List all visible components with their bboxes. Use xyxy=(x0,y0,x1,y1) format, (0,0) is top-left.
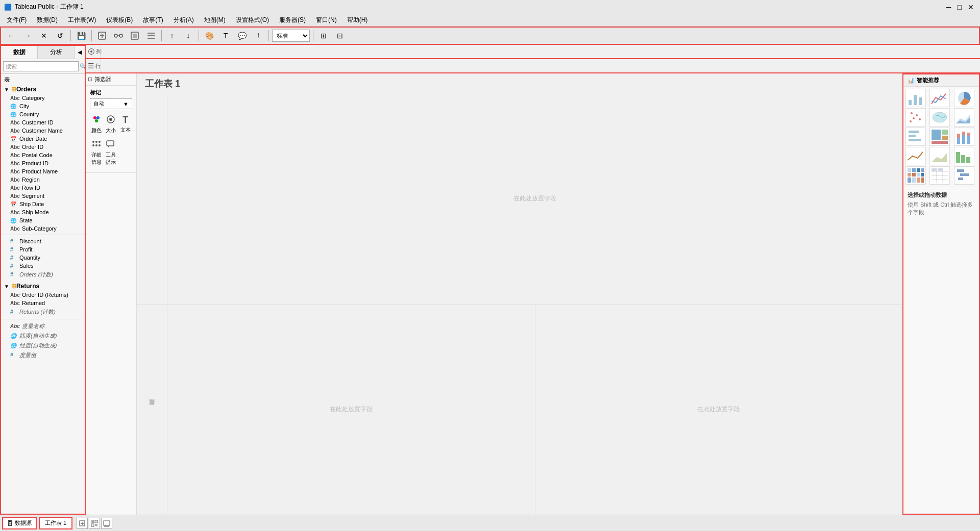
field-category[interactable]: Abc Category xyxy=(1,94,85,102)
chart-thumb-heatmap[interactable] xyxy=(905,166,926,185)
menu-file[interactable]: 文件(F) xyxy=(2,14,31,26)
toolbar-tooltip[interactable]: 💬 xyxy=(235,29,249,43)
field-city[interactable]: 🌐 City xyxy=(1,102,85,110)
toolbar-color[interactable]: 🎨 xyxy=(202,29,216,43)
chart-thumb-stacked[interactable] xyxy=(954,128,974,146)
chart-thumb-scatter[interactable] xyxy=(905,108,926,127)
toolbar-connect[interactable] xyxy=(111,29,126,43)
toolbar-back[interactable]: ← xyxy=(4,29,18,43)
toolbar-cancel[interactable]: ✕ xyxy=(37,29,51,43)
canvas-drop-top[interactable] xyxy=(137,94,167,304)
menu-data[interactable]: 数据(D) xyxy=(32,14,62,26)
new-worksheet-btn[interactable] xyxy=(77,518,88,529)
chart-thumb-pie[interactable] xyxy=(954,89,974,107)
field-returned[interactable]: Abc Returned xyxy=(1,299,85,307)
rows-drop-area[interactable] xyxy=(100,59,978,72)
new-story-btn[interactable] xyxy=(101,518,112,529)
new-dashboard-btn[interactable] xyxy=(89,518,100,529)
maximize-button[interactable]: □ xyxy=(955,3,964,11)
menu-help[interactable]: 帮助(H) xyxy=(342,14,373,26)
toolbar-sort-asc[interactable]: ↑ xyxy=(165,29,179,43)
field-quantity[interactable]: # Quantity xyxy=(1,254,85,262)
chart-thumb-line2[interactable] xyxy=(905,147,926,165)
field-discount[interactable]: # Discount xyxy=(1,237,85,245)
toolbar-new-datasource[interactable] xyxy=(95,29,109,43)
canvas-drop-bottom-left[interactable]: 在此处放置字段 xyxy=(137,305,167,515)
chart-thumb-map[interactable] xyxy=(929,108,950,127)
chart-thumb-area2[interactable] xyxy=(929,147,950,165)
table-orders-header[interactable]: ▼ ⊞ Orders xyxy=(1,85,85,94)
chart-thumb-treemap[interactable] xyxy=(929,128,950,146)
field-segment[interactable]: Abc Segment xyxy=(1,192,85,200)
field-orders-count[interactable]: # Orders (计数) xyxy=(1,270,85,280)
chart-thumb-bar-h[interactable] xyxy=(905,128,926,146)
field-sales[interactable]: # Sales xyxy=(1,262,85,270)
marks-tooltip-btn[interactable]: 工具提示 xyxy=(104,138,117,168)
toolbar-sort-desc[interactable]: ↓ xyxy=(181,29,195,43)
chart-thumb-text-table[interactable] xyxy=(929,166,950,185)
toolbar-refresh[interactable]: ↺ xyxy=(53,29,67,43)
field-postal-code[interactable]: Abc Postal Code xyxy=(1,151,85,159)
worksheet-tab[interactable]: 工作表 1 xyxy=(39,517,72,529)
chart-thumb-gantt[interactable] xyxy=(954,166,974,185)
field-product-name[interactable]: Abc Product Name xyxy=(1,167,85,175)
marks-size-btn[interactable]: 大小 xyxy=(104,112,117,137)
field-sub-category[interactable]: Abc Sub-Category xyxy=(1,224,85,233)
field-ship-mode[interactable]: Abc Ship Mode xyxy=(1,208,85,216)
tab-analysis[interactable]: 分析 xyxy=(38,46,75,59)
canvas-cell-bottom-left[interactable]: 在此处放置字段 xyxy=(167,305,535,515)
field-customer-id[interactable]: Abc Customer ID xyxy=(1,118,85,127)
menu-worksheet[interactable]: 工作表(W) xyxy=(63,14,101,26)
toolbar-save[interactable]: 💾 xyxy=(74,29,88,43)
table-returns-header[interactable]: ▼ ⊞ Returns xyxy=(1,282,85,291)
field-order-id[interactable]: Abc Order ID xyxy=(1,143,85,151)
toolbar-emphasize[interactable]: ! xyxy=(251,29,265,43)
menu-format[interactable]: 设置格式(O) xyxy=(231,14,274,26)
field-region[interactable]: Abc Region xyxy=(1,175,85,184)
close-button[interactable]: ✕ xyxy=(966,3,976,11)
menu-story[interactable]: 故事(T) xyxy=(138,14,167,26)
menu-analysis[interactable]: 分析(A) xyxy=(169,14,199,26)
menu-server[interactable]: 服务器(S) xyxy=(275,14,310,26)
toolbar-label[interactable]: T xyxy=(218,29,233,43)
field-measure-names[interactable]: Abc 度量名称 xyxy=(1,321,85,331)
field-country[interactable]: 🌐 Country xyxy=(1,110,85,118)
field-order-date[interactable]: 📅 Order Date xyxy=(1,135,85,143)
window-controls[interactable]: ─ □ ✕ xyxy=(944,3,976,11)
search-icon[interactable]: 🔍 xyxy=(80,63,86,70)
columns-drop-area[interactable] xyxy=(100,45,978,58)
canvas-cell-bottom-right[interactable]: 在此处放置字段 xyxy=(535,305,903,515)
field-order-id-returns[interactable]: Abc Order ID (Returns) xyxy=(1,291,85,299)
toolbar-clear[interactable]: ⊡ xyxy=(333,29,347,43)
marks-detail-btn[interactable]: 详细信息 xyxy=(90,138,103,168)
field-product-id[interactable]: Abc Product ID xyxy=(1,159,85,167)
toolbar-fix-axes[interactable]: ⊞ xyxy=(316,29,331,43)
marks-color-btn[interactable]: 颜色 xyxy=(90,112,103,137)
sidebar-collapse-btn[interactable]: ◀ xyxy=(75,46,85,59)
field-ship-date[interactable]: 📅 Ship Date xyxy=(1,200,85,208)
chart-thumb-bar2[interactable] xyxy=(954,147,974,165)
fit-dropdown[interactable]: 标准 整个视图 适应宽度 xyxy=(272,30,310,42)
chart-thumb-area[interactable] xyxy=(954,108,974,127)
toolbar-view-data[interactable] xyxy=(144,29,158,43)
menu-map[interactable]: 地图(M) xyxy=(200,14,230,26)
field-longitude[interactable]: 🌐 经度(自动生成) xyxy=(1,341,85,350)
menu-dashboard[interactable]: 仪表板(B) xyxy=(102,14,137,26)
chart-thumb-bar[interactable] xyxy=(905,89,926,107)
data-source-btn[interactable]: 🗄 数据源 xyxy=(2,517,37,529)
field-measure-values[interactable]: # 度量值 xyxy=(1,350,85,360)
tab-data[interactable]: 数据 xyxy=(1,46,38,59)
field-row-id[interactable]: Abc Row ID xyxy=(1,184,85,192)
marks-type-dropdown[interactable]: 自动 ▼ xyxy=(90,98,132,109)
toolbar-extract[interactable] xyxy=(128,29,142,43)
chart-thumb-line[interactable] xyxy=(929,89,950,107)
field-returns-count[interactable]: # Returns (计数) xyxy=(1,307,85,317)
field-profit[interactable]: # Profit xyxy=(1,245,85,254)
minimize-button[interactable]: ─ xyxy=(944,3,953,11)
search-input[interactable] xyxy=(3,61,79,71)
field-customer-name[interactable]: Abc Customer Name xyxy=(1,127,85,135)
marks-text-btn[interactable]: T 文本 xyxy=(119,112,132,137)
field-state[interactable]: 🌐 State xyxy=(1,216,85,224)
toolbar-forward[interactable]: → xyxy=(20,29,35,43)
menu-window[interactable]: 窗口(N) xyxy=(311,14,341,26)
